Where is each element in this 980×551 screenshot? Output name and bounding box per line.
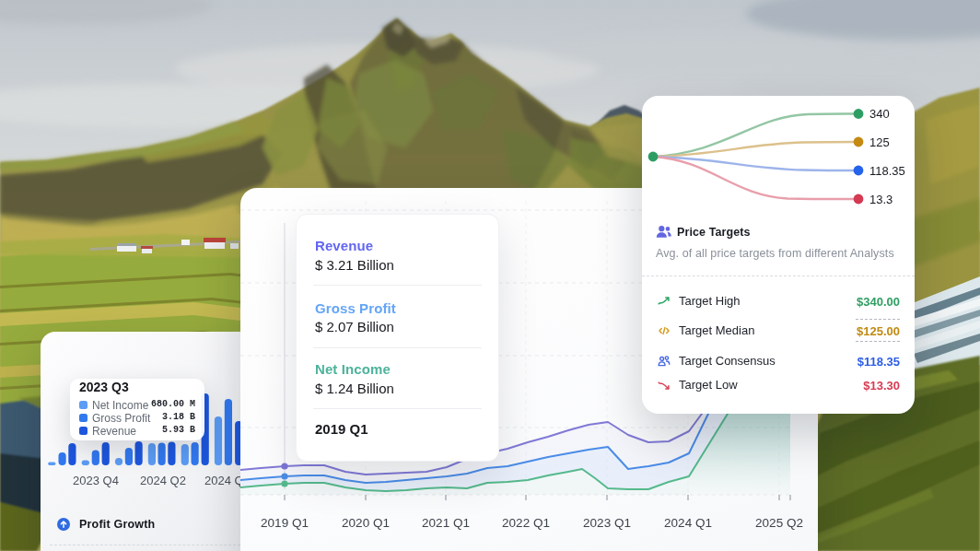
- svg-text:13.3: 13.3: [869, 193, 892, 206]
- svg-text:118.35: 118.35: [869, 164, 905, 178]
- svg-text:125: 125: [869, 135, 890, 149]
- svg-text:340: 340: [869, 107, 890, 121]
